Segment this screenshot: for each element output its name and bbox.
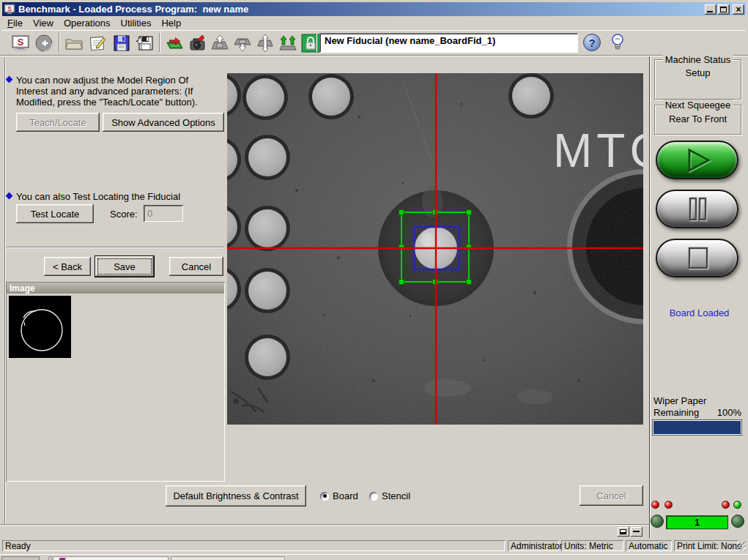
wiper-progress bbox=[652, 419, 742, 436]
resize-grip[interactable] bbox=[737, 542, 746, 550]
lightbulb-icon bbox=[610, 33, 625, 53]
menu-help[interactable]: Help bbox=[156, 17, 186, 29]
counter-left-button[interactable] bbox=[651, 515, 664, 528]
teach-locate-button[interactable]: Teach/Locate bbox=[16, 113, 100, 132]
status-units: Units: Metric bbox=[561, 540, 623, 551]
board-counter: 1 bbox=[666, 515, 728, 529]
camera-unload-button[interactable] bbox=[186, 32, 207, 53]
taskbar-start-button[interactable] bbox=[1, 556, 40, 560]
score-field[interactable]: 0 bbox=[144, 205, 183, 222]
squeegee-up-button[interactable] bbox=[209, 32, 230, 53]
close-icon: × bbox=[733, 4, 744, 15]
back-icon bbox=[34, 34, 53, 53]
edit-notes-icon bbox=[88, 34, 107, 53]
squeegee-up-icon bbox=[210, 34, 229, 53]
bullet-icon bbox=[6, 193, 13, 200]
save-icon bbox=[112, 34, 131, 53]
board-radio-label: Board bbox=[333, 490, 358, 501]
default-brightness-contrast-button[interactable]: Default Brightness & Contrast bbox=[166, 485, 306, 507]
status-led-4 bbox=[733, 501, 741, 509]
next-squeegee-value: Rear To Front bbox=[655, 113, 741, 124]
app-logo-icon: S bbox=[4, 3, 15, 15]
menu-view[interactable]: View bbox=[28, 17, 59, 29]
svg-text:S: S bbox=[17, 36, 23, 47]
camera-icon bbox=[188, 34, 207, 53]
help-button[interactable]: ? bbox=[583, 34, 601, 51]
toolbar-separator bbox=[316, 33, 317, 52]
back-button[interactable]: < Back bbox=[44, 257, 91, 276]
maximize-button[interactable] bbox=[718, 4, 730, 15]
edit-program-button[interactable] bbox=[86, 32, 108, 53]
mdi-restore-button[interactable] bbox=[618, 527, 629, 537]
pause-button[interactable] bbox=[656, 190, 738, 228]
stop-icon bbox=[681, 244, 714, 272]
title-bar[interactable]: S Benchmark - Loaded Process Program: ne… bbox=[2, 2, 746, 16]
play-icon bbox=[681, 146, 714, 174]
status-ready: Ready bbox=[2, 540, 505, 551]
taskbar-handle bbox=[48, 556, 52, 560]
wiper-paper-label-1: Wiper Paper bbox=[653, 395, 706, 406]
open-file-button[interactable] bbox=[63, 32, 84, 53]
minimize-icon bbox=[707, 11, 713, 12]
save-button[interactable]: Save bbox=[95, 256, 154, 277]
counter-right-button[interactable] bbox=[731, 515, 744, 528]
back-button[interactable] bbox=[33, 32, 54, 53]
menu-file[interactable]: File bbox=[2, 17, 28, 29]
image-group-header: Image bbox=[7, 283, 224, 294]
table-up-down-icon bbox=[256, 34, 275, 53]
instruction-adjust-roi: You can now adjust the Model Region Of I… bbox=[16, 75, 226, 108]
machine-status-value: Setup bbox=[655, 67, 741, 78]
open-folder-icon bbox=[64, 34, 84, 53]
show-advanced-options-button[interactable]: Show Advanced Options bbox=[103, 113, 224, 132]
taskbar-strip bbox=[0, 554, 748, 560]
cancel-operation-button[interactable]: Cancel bbox=[579, 485, 643, 506]
stop-button[interactable] bbox=[656, 239, 738, 277]
pause-icon bbox=[681, 195, 714, 223]
stencil-radio[interactable]: Stencil bbox=[369, 490, 410, 501]
instruction-test-locate: You can also Test Locating the Fiducial bbox=[16, 191, 226, 202]
load-board-icon bbox=[165, 34, 184, 53]
taskbar-task-button[interactable] bbox=[171, 556, 285, 560]
fiducial-name-field[interactable]: New Fiducial (new name_BoardFid_1) bbox=[319, 33, 578, 53]
radio-dot-icon bbox=[320, 492, 329, 501]
status-print-limit: Print Limit: None bbox=[674, 540, 738, 551]
squeegee-down-button[interactable] bbox=[232, 32, 253, 53]
status-user: Administrator bbox=[508, 540, 559, 551]
toolbar: S bbox=[2, 30, 746, 55]
client-top-edge bbox=[0, 55, 748, 56]
wiper-progress-fill bbox=[653, 421, 741, 434]
image-group-panel: Image bbox=[6, 282, 225, 482]
test-locate-button[interactable]: Test Locate bbox=[16, 204, 94, 223]
hint-button[interactable] bbox=[610, 33, 625, 56]
taskbar-task-button[interactable] bbox=[53, 556, 169, 560]
close-button[interactable]: × bbox=[733, 4, 744, 15]
cancel-button[interactable]: Cancel bbox=[169, 257, 223, 276]
machine-status-group: Machine Status Setup bbox=[654, 59, 741, 100]
save-button[interactable] bbox=[111, 32, 132, 53]
table-raise-button[interactable] bbox=[277, 32, 298, 53]
load-board-button[interactable] bbox=[163, 32, 185, 53]
machine-status-label: Machine Status bbox=[663, 54, 733, 65]
radio-dot-icon bbox=[369, 492, 378, 501]
stencil-radio-label: Stencil bbox=[382, 490, 410, 501]
interlock-lock-button[interactable] bbox=[300, 32, 321, 53]
table-up-down-button[interactable] bbox=[254, 32, 275, 53]
menu-operations[interactable]: Operations bbox=[59, 17, 116, 29]
menu-utilities[interactable]: Utilities bbox=[116, 17, 157, 29]
app-screen-button[interactable]: S bbox=[10, 32, 31, 53]
save-as-button[interactable] bbox=[134, 32, 155, 53]
board-radio[interactable]: Board bbox=[320, 490, 358, 501]
status-mode: Automatic bbox=[626, 540, 672, 551]
status-led-3 bbox=[722, 501, 730, 509]
toolbar-separator bbox=[59, 33, 60, 52]
window-title: Benchmark - Loaded Process Program: new … bbox=[18, 4, 248, 15]
maximize-icon bbox=[720, 7, 727, 12]
minimize-button[interactable] bbox=[705, 4, 716, 15]
camera-view[interactable]: MTC bbox=[227, 73, 643, 425]
toolbar-separator bbox=[159, 33, 160, 52]
mdi-minimize-button[interactable] bbox=[631, 527, 643, 537]
menu-bar: File View Operations Utilities Help bbox=[2, 16, 746, 30]
svg-text:S: S bbox=[7, 5, 12, 12]
start-button[interactable] bbox=[656, 141, 738, 179]
status-led-1 bbox=[651, 501, 659, 509]
